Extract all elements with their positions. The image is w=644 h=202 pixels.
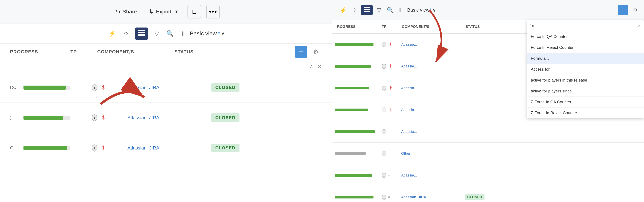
priority-equals-icon: = [388,151,390,156]
progress-bar-fill [24,116,64,120]
component-cell[interactable]: Atlassian, JIRA [128,145,204,151]
priority-icon [388,42,393,47]
shield-icon [381,42,387,48]
dropdown-close-button[interactable]: × [637,22,641,29]
tp-cell: ▲ [90,84,124,92]
shield-icon [381,129,387,135]
plus-icon: + [622,8,624,12]
shield-icon: ▲ [90,114,98,122]
layers-button[interactable] [135,28,148,40]
dropdown-item[interactable]: Force In Reject Counter [527,42,644,53]
basic-view-selector[interactable]: Basic view* ∨ [190,30,225,37]
priority-icon [100,144,107,151]
progress-cell [24,146,84,150]
right-asterisk: * [429,8,431,12]
table-row: = Other [332,142,644,164]
right-status-cell: CLOSED [463,194,496,200]
chevron-up-icon: ∧ [310,64,313,70]
progress-bar-fill [24,146,67,150]
right-layers-button[interactable] [361,5,373,15]
left-panel: ↪ Share ↳ Export ▼ □ ••• ⚡ ✧ [0,0,332,202]
right-lightning-button[interactable]: ⚡ [339,6,348,14]
up-arrow-button[interactable]: ∧ [310,63,313,70]
right-tp-cell: = [379,150,399,156]
add-column-button[interactable] [295,46,307,58]
right-tp-cell: = [379,194,399,200]
right-basic-view-label[interactable]: Basic view* ∨ [407,7,436,13]
column-settings-button[interactable]: ⚙ [310,46,322,58]
svg-text:▲: ▲ [93,146,96,150]
dropdown-item[interactable]: Force In QA Counter [527,31,644,42]
right-bars-button[interactable]: ⦀ [398,6,402,14]
second-toolbar: ⚡ ✧ ▽ 🔍 ⦀ Basic view* ∨ [0,24,332,44]
dropdown-item-label: Σ Force In QA Counter [531,100,572,104]
share-button[interactable]: ↪ Share [112,6,140,17]
dropdown-item-formula[interactable]: Formula... [527,53,644,64]
export-label: Export [156,8,172,15]
lightning-button[interactable]: ⚡ [107,29,118,38]
column-headers: Progress TP Component/s Status ⚙ [0,44,332,60]
progress-cell [24,86,84,90]
gear-icon: ⚙ [313,48,318,55]
right-component-cell[interactable]: Atlassia... [399,42,463,47]
right-search-button[interactable]: 🔍 [386,6,395,14]
bars-button[interactable]: ⦀ [180,29,185,38]
star-button[interactable]: ✧ [122,28,130,38]
window-icon-button[interactable]: □ [188,5,201,18]
layers-icon [364,7,370,13]
right-component-cell[interactable]: Atlassia... [399,108,463,112]
search-icon: 🔍 [166,30,174,37]
dropdown-item-label: Formula... [531,56,549,60]
right-status-header: Status [463,24,496,29]
shield-icon [381,150,387,156]
right-component-cell[interactable]: Atlassia... [399,173,463,178]
dropdown-item-label: Force In Reject Counter [531,45,574,50]
filter-icon: ▽ [154,30,159,37]
right-progress-cell [332,174,379,177]
right-component-cell[interactable]: Other [399,151,463,156]
component-cell[interactable]: Atlassian, JIRA [128,115,204,120]
row-prefix: C [10,145,24,150]
right-progress-cell [332,43,379,46]
dropdown-item-label: active for players since [531,89,572,93]
right-tp-cell [379,107,399,113]
window-icon: □ [192,8,196,15]
svg-rect-9 [364,11,370,12]
dropdown-item[interactable]: Access for [527,64,644,75]
right-progress-header: rogress [332,24,379,29]
right-chevron-icon: ∨ [432,8,436,12]
status-badge: CLOSED [211,144,240,152]
right-settings-button[interactable]: ⚙ [633,7,637,13]
filter-icon: ▽ [377,7,381,13]
dropdown-item[interactable]: active for players in this release [527,75,644,86]
right-progress-cell [332,152,379,155]
right-component-cell[interactable]: Atlassian, JIRA [399,195,463,199]
dropdown-item-label: Σ Force In Reject Counter [531,110,577,115]
table-row: C ▲ Atlassian, JIRA CLOSED [0,133,332,163]
right-component-cell[interactable]: Atlassia... [399,130,463,134]
component-cell[interactable]: Atlassian, JIRA [128,85,204,90]
dropdown-item[interactable]: Σ Force In QA Counter [527,97,644,108]
search-button[interactable]: 🔍 [165,29,175,38]
dropdown-search-input[interactable] [530,23,637,28]
more-options-button[interactable]: ••• [206,5,220,18]
status-badge: CLOSED [211,114,240,122]
right-component-cell[interactable]: Atlassia... [399,86,463,90]
close-row-button[interactable]: ✕ [317,63,322,70]
shield-icon [381,194,387,200]
svg-rect-0 [138,30,145,31]
filter-button[interactable]: ▽ [153,29,160,38]
export-button[interactable]: ↳ Export ▼ [146,6,182,17]
shield-icon [381,172,387,178]
right-filter-button[interactable]: ▽ [376,6,382,14]
dropdown-item-last[interactable]: Σ Force In Reject Counter [527,108,644,118]
progress-header: Progress [10,49,70,54]
basic-view-chevron-icon: ∨ [221,31,225,36]
svg-rect-1 [138,32,145,34]
right-add-column-button[interactable]: + [618,5,628,15]
dropdown-item[interactable]: active for players since [527,86,644,97]
more-options-icon: ••• [209,8,217,16]
right-component-cell[interactable]: Atlassia... [399,64,463,68]
right-star-button[interactable]: ✧ [351,6,358,14]
shield-icon [381,85,387,91]
